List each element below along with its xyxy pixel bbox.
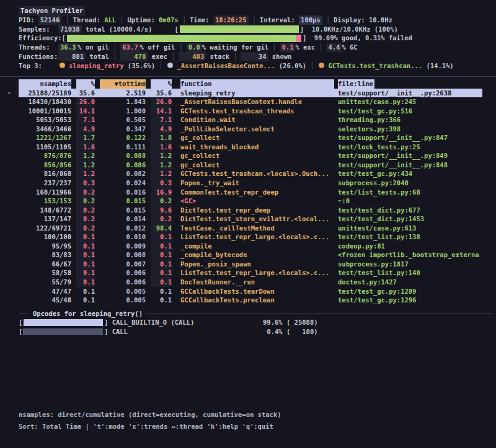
function-cell: <GC> xyxy=(180,196,334,206)
cum-pct-cell: 0.1 xyxy=(151,232,172,242)
table-divider xyxy=(0,76,496,77)
table-row[interactable]: 55/790.10.0060.1DocTestRunner.__rundocte… xyxy=(19,278,496,287)
functions-total-unit: total xyxy=(86,52,109,61)
pct-cell: 0.3 xyxy=(76,178,95,188)
opcode-count: ( 100) xyxy=(283,327,318,336)
header-function[interactable]: function xyxy=(180,79,334,89)
pct-cell: 0.1 xyxy=(76,250,95,260)
table-row[interactable]: 137/1470.20.0140.2DictTest.test_store_ev… xyxy=(19,214,496,224)
table-row[interactable]: 3466/34664.90.3474.9_PollLikeSelector.se… xyxy=(19,125,496,134)
table-row[interactable]: 95/950.10.0090.1_compilecodeop.py:81 xyxy=(19,242,496,251)
exc-unit: % exc xyxy=(295,43,315,52)
table-row[interactable]: 856/8561.20.0861.2gc_collecttest/support… xyxy=(19,160,496,170)
separator: │ xyxy=(175,43,186,52)
function-cell: _compile xyxy=(180,242,334,251)
nsamples-cell: 45/48 xyxy=(19,296,71,305)
pct-cell: 0.1 xyxy=(76,268,95,278)
function-cell: Popen._try_wait xyxy=(180,178,334,188)
interval-label: Interval: xyxy=(260,15,295,25)
top3-function-pct: (35.6%) xyxy=(124,62,156,69)
file-line-cell: test/test_gc.py:1296 xyxy=(338,296,496,305)
file-line-cell: test/support/__init__.py:849 xyxy=(338,151,496,160)
bracket: [ xyxy=(174,25,178,34)
tottime-cell: 0.012 xyxy=(100,224,146,233)
samples-rate-value: 10.0KHz/10.0KHz (100%) xyxy=(312,25,398,34)
table-row[interactable]: 18430/1843026.01.84326.0_AssertRaisesBas… xyxy=(19,97,496,107)
table-row[interactable]: 816/8681.20.0821.2GCTests.test_trashcan.… xyxy=(19,169,496,178)
table-row[interactable]: 66/670.10.0070.1Popen._posix_spawnsubpro… xyxy=(19,260,496,269)
uptime-label: Uptime: xyxy=(127,15,154,25)
pct-cell: 35.6 xyxy=(76,89,95,98)
tottime-cell: 0.082 xyxy=(100,169,146,178)
off-gil-value: 63.7 xyxy=(120,43,140,52)
table-row[interactable]: 148/67720.20.0159.6DictTest.test_repr_de… xyxy=(19,206,496,215)
nsamples-cell: 160/11966 xyxy=(19,188,71,197)
header-cum-pct[interactable]: % xyxy=(151,79,172,89)
table-row[interactable]: 1105/11051.60.1111.6wait_threads_blocked… xyxy=(19,143,496,152)
table-row[interactable]: 237/2370.30.0240.3Popen._try_waitsubproc… xyxy=(19,178,496,188)
table-row[interactable]: 153/1530.20.0150.2<GC>~:0 xyxy=(19,196,496,206)
nsamples-cell: 1105/1105 xyxy=(19,143,71,152)
table-row[interactable]: 83/830.10.0080.1_compile_bytecode<frozen… xyxy=(19,250,496,260)
tottime-cell: 2.519 xyxy=(100,89,146,98)
opcodes-title: Opcodes for sleeping_retry() xyxy=(33,310,143,317)
header-file[interactable]: file:line xyxy=(338,79,374,89)
file-line-cell: test/support/__init__.py:847 xyxy=(338,133,496,143)
table-row[interactable]: 122/697210.20.01298.4TestCase._callTestM… xyxy=(19,224,496,233)
header-pct[interactable]: % xyxy=(76,79,95,89)
header-tottime-sorted[interactable]: ▼tottime xyxy=(100,79,146,89)
opcode-bar-fill xyxy=(24,319,102,326)
table-row[interactable]: 47/470.10.0050.1GCCallbackTests.tearDown… xyxy=(19,287,496,296)
pct-cell: 0.2 xyxy=(76,188,95,197)
table-row[interactable]: ►25188/2518935.62.51935.6sleeping_retryt… xyxy=(19,89,482,98)
pct-cell: 14.1 xyxy=(76,107,95,116)
separator: │ xyxy=(179,15,190,25)
header-nsamples[interactable]: nsamples xyxy=(19,79,71,89)
nsamples-cell: 25188/25189 xyxy=(19,89,71,98)
waiting-gil-value: 0.0 xyxy=(187,43,202,52)
table-row[interactable]: 160/119660.20.01616.9CommonTest.test_rep… xyxy=(19,188,496,197)
cum-pct-cell: 35.6 xyxy=(151,89,172,98)
tottime-cell: 0.122 xyxy=(100,133,146,143)
table-row[interactable]: 58/580.10.0060.1ListTest.test_repr_large… xyxy=(19,268,496,278)
bracket: [ xyxy=(19,318,22,327)
tottime-cell: 0.016 xyxy=(100,188,146,197)
table-row[interactable]: 45/480.10.0050.1GCCallbackTests.preclean… xyxy=(19,296,496,305)
nsamples-cell: 10001/10015 xyxy=(19,107,71,116)
gc-unit: % GC xyxy=(342,43,357,52)
cum-pct-cell: 1.2 xyxy=(151,169,172,178)
file-line-cell: test/test_dict.py:677 xyxy=(338,206,496,215)
function-cell: gc_collect xyxy=(180,160,334,170)
function-cell: ListTest.test_repr_large.<locals>.c... xyxy=(180,232,334,242)
header-panel: Tachyon Profiler PID: 52146 │ Thread: AL… xyxy=(0,6,496,71)
top3-entries: sleeping_retry (35.6%)│_AssertRaisesBase… xyxy=(58,61,454,71)
tottime-cell: 0.015 xyxy=(100,196,146,206)
opcode-name: CALL xyxy=(112,327,258,336)
opcode-bar xyxy=(24,328,103,335)
bracket: [ xyxy=(62,33,66,43)
separator: │ xyxy=(315,43,326,52)
cum-pct-cell: 0.2 xyxy=(151,214,172,224)
opcode-name: CALL_BUILTIN_O (CALL) xyxy=(112,318,258,327)
table-row[interactable]: 5053/50537.10.5057.1Condition.waitthread… xyxy=(19,115,496,125)
efficiency-fail-segment xyxy=(296,35,301,42)
top3-function-pct: (14.1%) xyxy=(422,62,454,69)
tottime-cell: 0.006 xyxy=(100,278,146,287)
interval-value[interactable]: 100µs xyxy=(299,15,322,25)
opcode-bar xyxy=(24,319,103,326)
table-row[interactable]: 100/1000.10.0100.1ListTest.test_repr_lar… xyxy=(19,232,496,242)
cum-pct-cell: 1.2 xyxy=(151,160,172,170)
nsamples-cell: 237/237 xyxy=(19,178,71,188)
cum-pct-cell: 0.1 xyxy=(151,250,172,260)
function-cell: GCTests.test_trashcan_threads xyxy=(180,107,334,116)
table-row[interactable]: 1221/12671.70.1221.8gc_collecttest/suppo… xyxy=(19,133,496,143)
pct-cell: 0.1 xyxy=(76,278,95,287)
pct-cell: 0.2 xyxy=(76,196,95,206)
function-cell: _compile_bytecode xyxy=(180,250,334,260)
table-row[interactable]: 876/8761.20.0881.2gc_collecttest/support… xyxy=(19,151,496,160)
table-row[interactable]: 10001/1001514.11.00014.1GCTests.test_tra… xyxy=(19,107,496,116)
thread-value[interactable]: ALL xyxy=(104,15,116,25)
pct-cell: 0.2 xyxy=(76,214,95,224)
file-line-cell: subprocess.py:2040 xyxy=(338,178,496,188)
function-cell: wait_threads_blocked xyxy=(180,143,334,152)
